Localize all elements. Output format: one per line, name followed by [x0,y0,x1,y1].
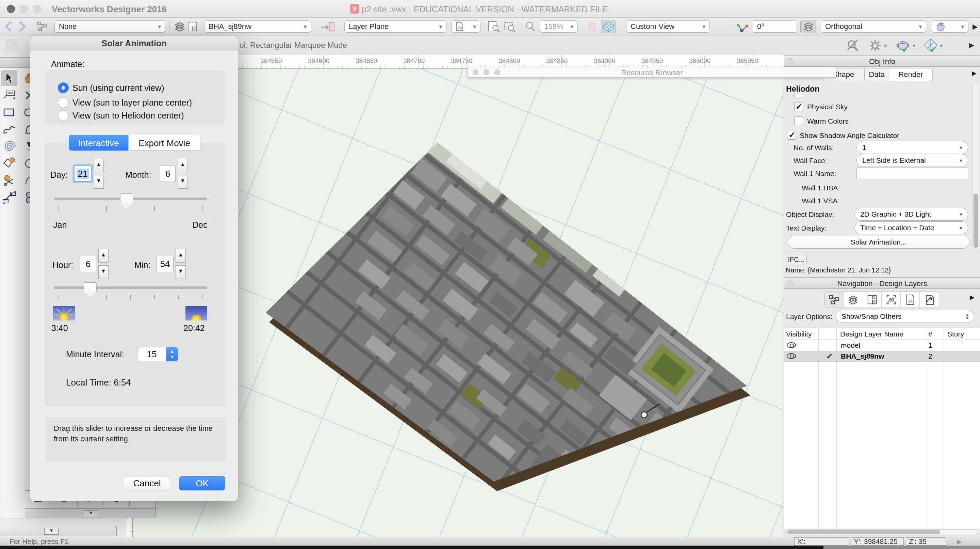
status-play-icon[interactable]: ▶ [957,538,962,546]
col-layer-name[interactable]: Design Layer Name [840,330,904,338]
panel-hscrollbar[interactable] [785,529,978,535]
col-story[interactable]: Story [947,330,964,338]
shadow-angle-checkbox[interactable] [787,131,796,140]
month-stepper-down[interactable] [178,175,188,189]
nav-viewports-button[interactable] [882,292,901,308]
hour-stepper-down[interactable] [98,265,108,279]
page-view-dropdown[interactable]: ▾ [451,21,480,33]
unified-view-icon[interactable] [586,21,600,33]
layer-options-dropdown[interactable]: Show/Snap Others ▴▾ [836,310,974,323]
physical-sky-checkbox[interactable] [794,102,803,111]
zoom-level-dropdown[interactable]: 159%▾ [540,21,578,33]
toolbar-overflow-icon[interactable]: ▶ [972,22,978,31]
chevron-down-icon[interactable]: ▾ [940,42,943,49]
back-arrow-icon[interactable] [3,21,14,33]
active-3d-view-button[interactable] [601,20,616,34]
callout-tool[interactable] [1,88,18,103]
nav-saved-views-button[interactable] [901,292,920,308]
chevron-down-icon[interactable]: ▾ [884,42,887,49]
tab-interactive[interactable]: Interactive [69,135,128,150]
no-snap-icon[interactable] [846,39,861,53]
layers-icon[interactable] [173,21,186,33]
wall-face-dropdown[interactable]: Left Side is External▾ [856,154,968,167]
projection-dropdown[interactable]: Orthogonal▾ [821,21,926,33]
wall1-name-field[interactable] [856,168,968,179]
walkthrough-tool-dropdown[interactable]: ▾ [931,21,969,33]
radio-view-heliodon[interactable] [58,110,69,121]
min-stepper-up[interactable] [176,249,186,263]
zoom-window-icon[interactable] [33,5,41,13]
col-number[interactable]: # [928,330,932,338]
collapse-handle[interactable] [84,510,98,517]
close-window-icon[interactable] [7,5,15,13]
zoom-icon[interactable] [525,21,536,33]
working-plane-axes-icon[interactable] [735,21,750,34]
palette-collapse-bar[interactable] [25,509,156,518]
wall-preferences-icon[interactable] [319,21,336,33]
fit-objects-icon[interactable] [503,21,516,33]
checkbox[interactable] [794,94,803,97]
nav-layers-button[interactable] [844,292,863,308]
tab-render[interactable]: Render [889,68,933,81]
close-icon[interactable] [3,60,9,66]
tool-filter-dropdown[interactable]: None▾ [54,21,165,33]
day-stepper-down[interactable] [94,175,104,189]
col-visibility[interactable]: Visibility [786,330,811,338]
ifc-button[interactable]: IFC... [786,255,807,264]
chevron-down-icon[interactable]: ▾ [913,42,916,49]
time-slider-track[interactable] [54,286,207,289]
tab-data[interactable]: Data [864,68,889,81]
fit-page-icon[interactable] [487,21,500,33]
ok-button[interactable]: OK [179,476,225,490]
connect-combine-tool[interactable] [1,190,18,205]
modebar-overflow-icon[interactable]: ▶ [969,41,974,49]
no-of-walls-dropdown[interactable]: 1▾ [856,141,968,154]
scrollbar-thumb[interactable] [787,530,940,535]
cancel-button[interactable]: Cancel [124,476,170,490]
forward-arrow-icon[interactable] [16,21,28,33]
radio-view-layer-plane[interactable] [58,97,69,108]
visibility-eye-icon[interactable] [787,342,796,348]
layer-row-model[interactable]: model 1 [784,340,980,351]
trim-tool[interactable] [1,173,18,188]
min-field[interactable]: 54 [156,256,173,272]
obj-info-scrollbar[interactable] [972,85,978,249]
visibility-eye-icon[interactable] [787,353,796,359]
spiral-tool[interactable] [1,139,18,154]
tab-export-movie[interactable]: Export Movie [128,135,200,150]
warm-colors-checkbox[interactable] [794,117,803,125]
stacked-layers-toggle[interactable] [800,20,816,34]
nav-design-layers-button[interactable] [825,292,844,308]
minute-interval-stepper[interactable]: ▴▾ [166,347,178,361]
hour-stepper-up[interactable] [98,249,108,263]
resource-browser-titlebar[interactable]: Resource Browser [468,67,837,78]
active-layer-dropdown[interactable]: BHA_sj89nw▾ [204,21,311,33]
mode-option-icon[interactable] [6,39,19,50]
month-stepper-up[interactable] [178,159,188,172]
layer-plane-icon[interactable] [186,21,198,33]
scrollbar-thumb[interactable] [974,193,978,248]
view-dropdown[interactable]: Custom View▾ [626,21,710,33]
day-field[interactable]: 21 [74,166,92,182]
nav-sheet-layers-button[interactable] [863,292,882,308]
text-display-dropdown[interactable]: Time + Location + Date▾ [854,221,968,234]
navigation-header[interactable]: Navigation - Design Layers [784,277,980,289]
object-display-dropdown[interactable]: 2D Graphic + 3D Light▾ [854,208,968,221]
tool-filter-icon[interactable] [36,21,48,33]
collapse-handle[interactable] [44,528,59,535]
selection-tool[interactable] [1,70,18,86]
polygon-smoothing-tool[interactable] [1,156,18,171]
radio-sun-current-view[interactable] [58,82,69,93]
min-stepper-down[interactable] [176,265,186,279]
palette-collapse-bar[interactable] [0,526,117,536]
plane-mode-dropdown[interactable]: Layer Plane▾ [344,21,447,33]
minute-interval-field[interactable]: 15 [137,347,166,361]
background-render-icon[interactable]: ✓ [923,38,939,53]
day-stepper-up[interactable] [94,159,104,172]
freehand-tool[interactable] [1,121,18,137]
nav-overflow-icon[interactable]: ▶ [970,294,975,301]
obj-info-header[interactable]: Obj Info [784,55,980,67]
rectangle-tool[interactable] [1,105,18,120]
render-mode-teapot-icon[interactable]: ✓ [895,38,911,53]
render-settings-gear-icon[interactable] [869,39,882,53]
